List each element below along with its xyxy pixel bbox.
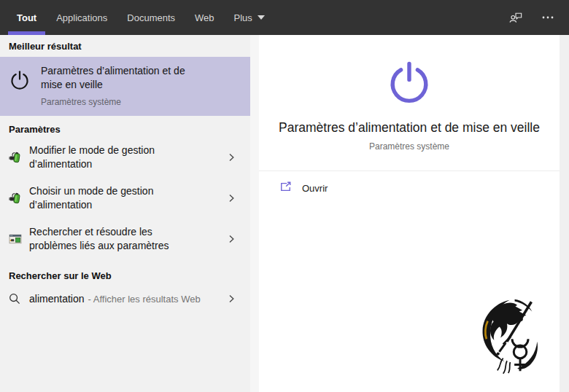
tab-applications[interactable]: Applications xyxy=(47,0,116,35)
result-item-modify-power-plan[interactable]: Modifier le mode de gestion d’alimentati… xyxy=(0,140,250,175)
search-filter-bar: Tout Applications Documents Web Plus xyxy=(0,0,569,35)
search-icon xyxy=(9,293,29,305)
result-item-choose-power-plan[interactable]: Choisir un mode de gestion d’alimentatio… xyxy=(0,181,250,216)
chevron-down-icon xyxy=(258,15,265,20)
best-result-text: Paramètres d’alimentation et de mise en … xyxy=(41,64,223,107)
chevron-right-icon xyxy=(227,294,236,303)
tab-label: Web xyxy=(195,12,214,23)
feedback-icon[interactable] xyxy=(508,10,524,26)
tab-plus[interactable]: Plus xyxy=(225,0,274,35)
tab-label: Applications xyxy=(56,12,107,23)
more-options-icon[interactable] xyxy=(541,15,554,20)
preview-panel: Paramètres d’alimentation et de mise en … xyxy=(259,35,560,392)
web-search-text: alimentation- Afficher les résultats Web xyxy=(29,292,201,305)
search-content: Meilleur résultat Paramètres d’alimentat… xyxy=(0,35,569,392)
web-search-query: alimentation xyxy=(29,293,85,305)
best-result-subtitle: Paramètres système xyxy=(41,97,223,107)
power-icon xyxy=(9,64,41,94)
tab-documents[interactable]: Documents xyxy=(118,0,184,35)
results-panel: Meilleur résultat Paramètres d’alimentat… xyxy=(0,35,259,392)
power-plan-icon xyxy=(9,192,29,205)
result-item-label: Choisir un mode de gestion d’alimentatio… xyxy=(29,184,208,212)
troubleshoot-icon xyxy=(9,232,29,246)
open-action[interactable]: Ouvrir xyxy=(259,171,560,205)
chevron-right-icon xyxy=(227,194,236,203)
unicorn-emblem-logo xyxy=(475,297,539,382)
result-item-label: Modifier le mode de gestion d’alimentati… xyxy=(29,144,208,171)
web-search-item[interactable]: alimentation- Afficher les résultats Web xyxy=(0,286,250,311)
preview-title: Paramètres d’alimentation et de mise en … xyxy=(259,120,560,136)
windows-search-window: Tout Applications Documents Web Plus xyxy=(0,0,569,392)
topbar-actions xyxy=(508,0,569,35)
best-result-title: Paramètres d’alimentation et de mise en … xyxy=(41,64,223,92)
power-icon xyxy=(386,59,433,109)
tab-label: Documents xyxy=(127,12,175,23)
chevron-right-icon xyxy=(227,235,236,243)
tab-web[interactable]: Web xyxy=(186,0,223,35)
tab-tout[interactable]: Tout xyxy=(8,0,45,35)
preview-subtitle: Paramètres système xyxy=(259,141,560,152)
result-item-troubleshoot-settings[interactable]: Rechercher et résoudre les problèmes lié… xyxy=(0,222,250,256)
section-header-web-search: Rechercher sur le Web xyxy=(0,262,259,286)
right-edge-gutter xyxy=(560,35,569,392)
tab-label: Plus xyxy=(234,12,252,23)
tab-label: Tout xyxy=(17,12,36,23)
power-plan-icon xyxy=(9,151,29,164)
chevron-right-icon xyxy=(227,153,236,162)
open-action-label: Ouvrir xyxy=(302,183,328,194)
section-header-settings: Paramètres xyxy=(0,116,259,140)
best-result-item[interactable]: Paramètres d’alimentation et de mise en … xyxy=(0,57,259,116)
web-search-suffix: - Afficher les résultats Web xyxy=(88,294,201,305)
filter-tabs: Tout Applications Documents Web Plus xyxy=(8,0,276,35)
result-item-label: Rechercher et résoudre les problèmes lié… xyxy=(29,225,208,253)
section-header-best-result: Meilleur résultat xyxy=(0,35,259,57)
open-external-icon xyxy=(279,181,292,195)
